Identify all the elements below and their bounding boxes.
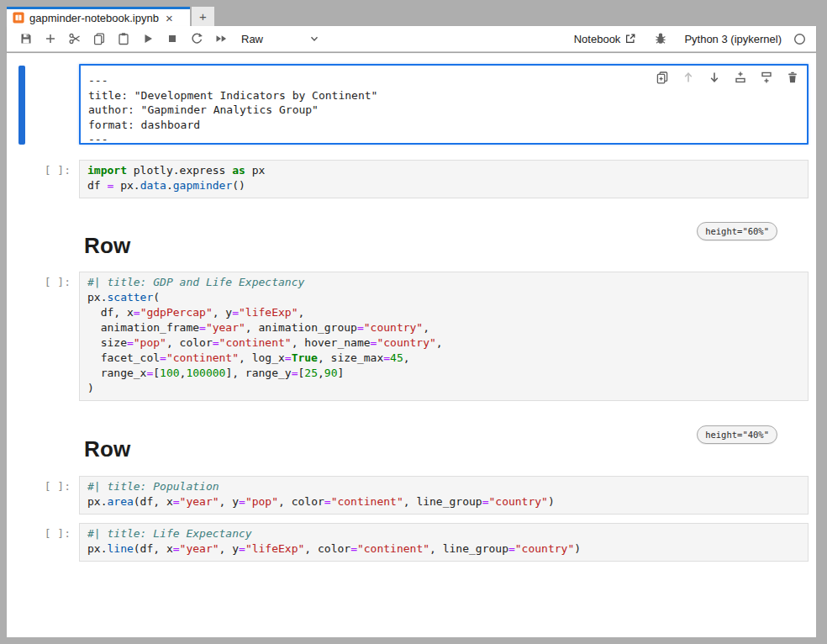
delete-cell-button[interactable] <box>785 70 800 85</box>
plus-icon <box>44 32 57 45</box>
code-line: ) <box>87 381 801 396</box>
tab-title: gapminder-notebook.ipynb <box>29 12 159 24</box>
code-line: #| title: Population <box>87 479 801 494</box>
restart-kernel-button[interactable] <box>184 29 208 49</box>
markdown-cell-row1: height="60%" Row <box>7 222 816 259</box>
code-editor[interactable]: import plotly.express as px df = px.data… <box>79 160 809 198</box>
insert-above-icon <box>734 71 747 84</box>
code-editor[interactable]: #| title: Population px.area(df, x="year… <box>79 476 809 515</box>
run-icon <box>141 32 155 45</box>
notebook-link-label: Notebook <box>574 33 621 45</box>
insert-cell-button[interactable] <box>38 29 62 49</box>
code-line: df, x="gdpPercap", y="lifeExp", <box>87 305 801 320</box>
restart-icon <box>190 32 203 45</box>
raw-line: title: "Development Indicators by Contin… <box>88 88 798 103</box>
code-cell-population: [ ]: #| title: Population px.area(df, x=… <box>7 476 816 515</box>
run-cell-button[interactable] <box>135 29 160 49</box>
raw-line: --- <box>88 132 798 147</box>
code-line: #| title: GDP and Life Expectancy <box>87 275 801 290</box>
code-line: animation_frame="year", animation_group=… <box>87 320 801 335</box>
code-line: facet_col="continent", log_x=True, size_… <box>87 351 801 366</box>
cell-collapser[interactable] <box>18 66 25 145</box>
cell-type-value: Raw <box>241 33 263 45</box>
open-in-notebook-button[interactable]: Notebook <box>574 33 637 45</box>
paste-icon <box>117 32 130 45</box>
code-cell-scatter: [ ]: #| title: GDP and Life Expectancy p… <box>7 272 816 401</box>
arrow-down-icon <box>708 71 721 84</box>
cell-type-dropdown[interactable]: Raw <box>241 33 320 45</box>
cut-icon <box>68 32 82 45</box>
raw-line: author: "Gapminder Analytics Group" <box>88 103 798 118</box>
new-tab-button[interactable]: + <box>192 7 214 26</box>
duplicate-cell-button[interactable] <box>655 70 670 85</box>
external-link-icon <box>624 33 636 45</box>
tab-bar: gapminder-notebook.ipynb × + <box>7 7 816 26</box>
code-cell-import: [ ]: import plotly.express as px df = px… <box>7 160 816 198</box>
cell-prompt: [ ]: <box>7 272 79 288</box>
raw-frontmatter-cell[interactable]: --- title: "Development Indicators by Co… <box>79 64 809 145</box>
code-editor[interactable]: #| title: Life Expectancy px.line(df, x=… <box>79 523 809 562</box>
bug-icon <box>654 32 667 45</box>
code-cell-lifeexp: [ ]: #| title: Life Expectancy px.line(d… <box>7 523 816 562</box>
code-line: #| title: Life Expectancy <box>87 526 801 541</box>
code-line: import plotly.express as px <box>87 163 801 178</box>
raw-line: format: dashboard <box>88 118 798 133</box>
code-line: px.line(df, x="year", y="lifeExp", color… <box>87 541 801 557</box>
chevron-down-icon <box>308 33 320 45</box>
tab-gapminder-notebook[interactable]: gapminder-notebook.ipynb × <box>7 7 190 26</box>
cut-cells-button[interactable] <box>62 29 87 49</box>
cell-prompt: [ ]: <box>7 476 79 493</box>
code-line: px.scatter( <box>87 290 801 305</box>
code-line: df = px.data.gapminder() <box>87 178 801 193</box>
debugger-toggle-button[interactable] <box>648 29 672 49</box>
move-cell-up-button[interactable] <box>681 70 696 85</box>
toolbar-right: Notebook Python 3 (ipykernel) <box>574 29 806 49</box>
insert-cell-above-button[interactable] <box>733 70 748 85</box>
notebook-panel: --- title: "Development Indicators by Co… <box>7 53 816 637</box>
save-icon <box>19 32 33 45</box>
fast-forward-icon <box>214 32 228 45</box>
copy-cells-button[interactable] <box>87 29 111 49</box>
trash-icon <box>786 71 799 84</box>
notebook-toolbar: Raw Notebook Python 3 (ipykernel) <box>7 26 816 52</box>
cell-prompt: [ ]: <box>7 523 79 540</box>
cell-prompt: [ ]: <box>7 160 79 177</box>
code-editor[interactable]: #| title: GDP and Life Expectancy px.sca… <box>79 272 809 401</box>
code-line: size="pop", color="continent", hover_nam… <box>87 335 801 351</box>
kernel-status-icon <box>793 33 806 45</box>
notebook-file-icon <box>13 12 24 24</box>
paste-cells-button[interactable] <box>111 29 135 49</box>
code-line: range_x=[100,100000], range_y=[25,90] <box>87 366 801 381</box>
cell-toolbar <box>655 70 800 85</box>
interrupt-kernel-button[interactable] <box>160 29 184 49</box>
height-badge: height="40%" <box>697 425 777 444</box>
height-badge: height="60%" <box>697 222 777 240</box>
restart-run-all-button[interactable] <box>208 29 233 49</box>
kernel-name-button[interactable]: Python 3 (ipykernel) <box>684 33 782 45</box>
save-button[interactable] <box>13 29 38 49</box>
arrow-up-icon <box>682 71 695 84</box>
insert-below-icon <box>760 71 773 84</box>
code-line: px.area(df, x="year", y="pop", color="co… <box>87 494 801 509</box>
jupyterlab-window: { "colors": { "frame_gray": "#aeaeae", "… <box>0 0 827 644</box>
insert-cell-below-button[interactable] <box>759 70 774 85</box>
stop-icon <box>166 32 179 45</box>
move-cell-down-button[interactable] <box>707 70 722 85</box>
tab-close-icon[interactable]: × <box>166 12 173 24</box>
markdown-cell-row2: height="40%" Row <box>7 425 816 462</box>
duplicate-icon <box>656 71 669 84</box>
copy-icon <box>92 32 106 45</box>
